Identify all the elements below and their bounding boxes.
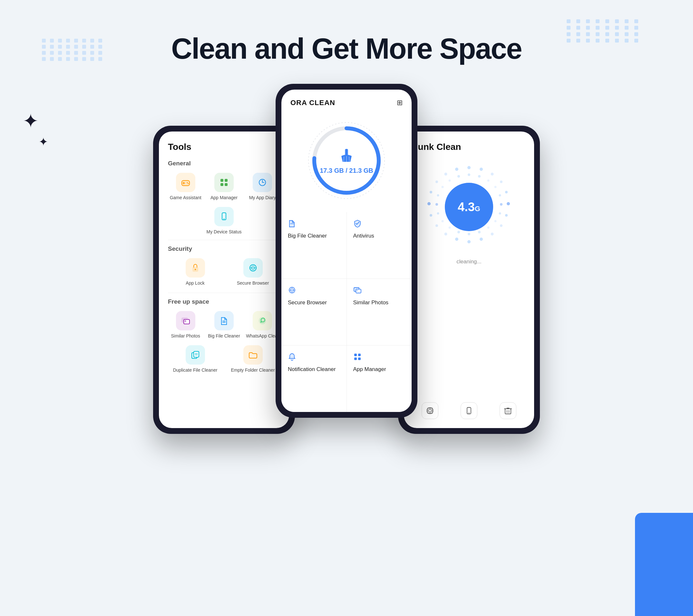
svg-point-51: [505, 214, 508, 217]
svg-point-55: [468, 240, 471, 243]
svg-rect-86: [429, 410, 431, 412]
device-status-icon: [214, 207, 234, 226]
phone-center-screen: ORA CLEAN ⊞: [281, 90, 412, 412]
tool-app-diary[interactable]: My App Diary: [245, 173, 280, 200]
divider-1: [168, 240, 280, 240]
storage-circle: 17.3 GB / 21.3 GB: [304, 119, 389, 202]
svg-point-62: [435, 180, 438, 183]
svg-point-84: [457, 175, 460, 178]
svg-point-48: [500, 180, 502, 183]
circle-inner: 17.3 GB / 21.3 GB: [320, 147, 373, 174]
section-general: General: [168, 160, 280, 167]
svg-point-77: [449, 226, 451, 229]
svg-point-69: [499, 194, 501, 197]
feature-app-manager[interactable]: App Manager: [347, 345, 412, 412]
svg-point-61: [430, 191, 432, 193]
svg-line-33: [343, 157, 344, 162]
tool-game-assistant[interactable]: Game Assistant: [168, 173, 203, 200]
svg-point-57: [444, 233, 448, 236]
feature-notification-cleaner[interactable]: Notification Cleaner: [281, 345, 346, 412]
svg-point-4: [186, 182, 187, 183]
svg-point-78: [441, 220, 444, 222]
svg-rect-24: [194, 351, 199, 357]
tool-grid-free-space: Similar Photos Big File Cleaner: [168, 311, 280, 339]
junk-phone-icon[interactable]: [461, 402, 477, 419]
broom-svg-icon: [338, 147, 355, 164]
app-diary-icon: [253, 173, 272, 192]
phone-left-screen: Tools General: [159, 132, 289, 428]
feature-big-file-cleaner[interactable]: Big File Cleaner: [281, 212, 346, 279]
junk-size-text: 4.3G: [458, 200, 480, 214]
tool-app-manager[interactable]: App Manager: [206, 173, 241, 200]
big-file-cleaner-icon: [214, 311, 234, 331]
junk-cpu-icon[interactable]: [422, 402, 438, 419]
svg-point-100: [469, 413, 469, 413]
cleaning-status: cleaning...: [413, 259, 525, 265]
svg-point-64: [455, 167, 458, 171]
tool-grid-device-status: My Device Status: [168, 207, 280, 235]
tool-whatsapp-clear[interactable]: WhatsApp Clear: [245, 311, 280, 339]
svg-point-70: [500, 203, 502, 206]
svg-point-52: [500, 224, 502, 227]
svg-point-71: [499, 213, 501, 215]
junk-size-value: 4.3: [458, 200, 475, 214]
feature-antivirus[interactable]: Antivirus: [347, 212, 412, 279]
tool-grid-general: Game Assistant App Manager: [168, 173, 280, 200]
ora-screen: ORA CLEAN ⊞: [281, 90, 412, 412]
junk-unit: G: [475, 205, 480, 213]
feature-secure-browser[interactable]: Secure Browser: [281, 279, 346, 345]
page-title: Clean and Get More Space: [0, 32, 693, 65]
svg-point-46: [480, 167, 483, 171]
svg-point-14: [195, 269, 196, 270]
svg-rect-85: [428, 408, 433, 413]
tool-app-lock[interactable]: App Lock: [168, 258, 222, 286]
svg-point-53: [491, 233, 494, 236]
svg-point-73: [487, 226, 490, 229]
svg-point-68: [494, 186, 497, 188]
ora-grid-icon[interactable]: ⊞: [397, 99, 402, 107]
tool-label-device-status: My Device Status: [206, 229, 242, 235]
svg-rect-9: [225, 183, 227, 186]
app-manager-icon: [214, 173, 234, 192]
phone-center: ORA CLEAN ⊞: [276, 84, 417, 418]
feature-notification-icon: [288, 353, 340, 363]
svg-rect-101: [505, 409, 511, 414]
svg-point-50: [507, 202, 510, 205]
duplicate-file-icon: [186, 345, 205, 364]
junk-trash-icon[interactable]: [500, 402, 516, 419]
tools-screen: Tools General: [159, 132, 289, 428]
feature-secure-browser-icon: [288, 286, 340, 296]
tool-secure-browser-left[interactable]: Secure Browser: [225, 258, 280, 286]
svg-rect-31: [345, 149, 348, 155]
svg-rect-6: [220, 179, 223, 182]
ora-header: ORA CLEAN ⊞: [281, 90, 412, 112]
tool-similar-photos[interactable]: Similar Photos: [168, 311, 203, 339]
junk-bottom-icons: [404, 402, 534, 419]
tool-empty-folder[interactable]: Empty Folder Cleaner: [225, 345, 280, 373]
junk-screen: Junk Clean: [404, 132, 534, 428]
blue-corner-accent: [635, 513, 693, 616]
tool-duplicate-file[interactable]: Duplicate File Cleaner: [168, 345, 222, 373]
svg-rect-43: [354, 357, 357, 360]
feature-label-big-file: Big File Cleaner: [288, 233, 340, 239]
junk-circle-area: 4.3G: [413, 162, 525, 252]
svg-point-40: [356, 290, 358, 292]
phone-right-screen: Junk Clean: [404, 132, 534, 428]
tool-label-whatsapp-clear: WhatsApp Clear: [246, 333, 279, 339]
svg-rect-7: [225, 179, 227, 182]
feature-label-secure-browser: Secure Browser: [288, 299, 340, 306]
svg-point-5: [187, 183, 189, 184]
tool-device-status[interactable]: My Device Status: [168, 207, 280, 235]
section-free-space: Free up space: [168, 298, 280, 305]
secure-browser-left-icon: [243, 258, 263, 278]
svg-point-47: [491, 173, 494, 176]
storage-label: 17.3 GB / 21.3 GB: [320, 167, 373, 174]
svg-line-34: [349, 157, 350, 162]
divider-2: [168, 293, 280, 293]
tool-big-file-cleaner[interactable]: Big File Cleaner: [206, 311, 241, 339]
junk-outer-ring: 4.3G: [424, 162, 514, 252]
svg-point-67: [487, 180, 490, 182]
svg-point-56: [455, 238, 458, 241]
feature-similar-photos[interactable]: Similar Photos: [347, 279, 412, 345]
svg-point-79: [437, 213, 439, 215]
